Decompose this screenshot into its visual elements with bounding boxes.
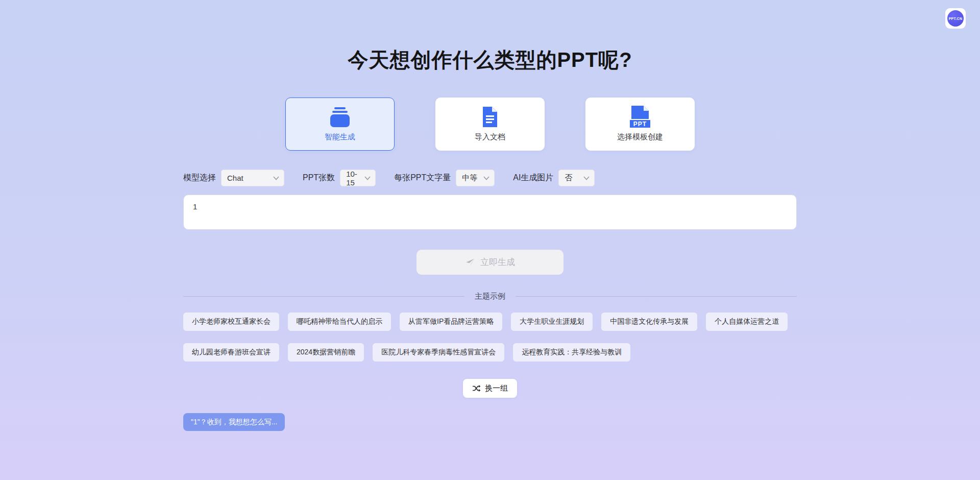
divider-line-right <box>516 296 797 297</box>
generate-button[interactable]: 立即生成 <box>416 250 564 275</box>
text-amount-select[interactable]: 中等 <box>456 170 495 186</box>
examples-divider: 主题示例 <box>183 292 797 301</box>
example-chip-row-1: 小学老师家校互通家长会 哪吒精神带给当代人的启示 从雷军做IP看品牌运营策略 大… <box>183 313 797 331</box>
ppt-cn-logo-icon: PPT.CN <box>947 10 964 27</box>
document-icon <box>482 106 498 128</box>
divider-line-left <box>183 296 464 297</box>
page-title: 今天想创作什么类型的PPT呢? <box>183 46 797 74</box>
ai-image-label: AI生成图片 <box>513 173 553 183</box>
model-select-label: 模型选择 <box>183 173 216 183</box>
card-import-document[interactable]: 导入文档 <box>435 98 545 151</box>
chevron-down-icon <box>583 176 590 180</box>
example-chip[interactable]: 医院儿科专家春季病毒性感冒宣讲会 <box>373 343 504 362</box>
text-amount-value: 中等 <box>462 173 477 183</box>
text-amount-label: 每张PPT文字量 <box>394 173 451 183</box>
shuffle-button-label: 换一组 <box>485 383 508 393</box>
option-model: 模型选择 Chat <box>183 170 284 186</box>
card-label: 导入文档 <box>475 132 505 142</box>
example-chip[interactable]: 哪吒精神带给当代人的启示 <box>288 313 391 331</box>
slides-stack-icon <box>328 106 352 128</box>
model-select-value: Chat <box>227 174 243 182</box>
options-row: 模型选择 Chat PPT张数 10-15 每张PPT文字量 中等 <box>183 170 797 186</box>
example-chip[interactable]: 远程教育实践：共享经验与教训 <box>513 343 630 362</box>
shuffle-row: 换一组 <box>183 379 797 398</box>
ppt-file-icon: PPT <box>629 106 651 128</box>
ppt-count-label: PPT张数 <box>303 173 335 183</box>
main-content: 今天想创作什么类型的PPT呢? 智能生成 <box>183 0 797 431</box>
svg-text:PPT: PPT <box>633 121 647 128</box>
assistant-toast: "1"？收到，我想想怎么写... <box>183 413 285 431</box>
card-label: 选择模板创建 <box>617 132 663 142</box>
ppt-count-select[interactable]: 10-15 <box>340 170 376 186</box>
example-chip[interactable]: 小学老师家校互通家长会 <box>183 313 279 331</box>
mode-card-group: 智能生成 导入文档 PPT <box>183 98 797 151</box>
chevron-down-icon <box>273 176 279 180</box>
example-chip[interactable]: 幼儿园老师春游班会宣讲 <box>183 343 279 362</box>
option-ppt-count: PPT张数 10-15 <box>303 170 376 186</box>
generate-button-label: 立即生成 <box>480 256 515 268</box>
example-chip[interactable]: 中国非遗文化传承与发展 <box>601 313 697 331</box>
option-ai-image: AI生成图片 否 <box>513 170 595 186</box>
ai-image-value: 否 <box>565 173 572 183</box>
example-chip[interactable]: 大学生职业生涯规划 <box>511 313 593 331</box>
shuffle-icon <box>472 385 481 392</box>
generate-row: 立即生成 <box>183 250 797 275</box>
chevron-down-icon <box>483 176 489 180</box>
card-template-create[interactable]: PPT 选择模板创建 <box>585 98 695 151</box>
paper-plane-icon <box>465 257 475 268</box>
example-chip[interactable]: 从雷军做IP看品牌运营策略 <box>400 313 502 331</box>
ai-image-select[interactable]: 否 <box>558 170 595 186</box>
example-chip[interactable]: 2024数据营销前瞻 <box>288 343 364 362</box>
shuffle-button[interactable]: 换一组 <box>463 379 517 398</box>
model-select[interactable]: Chat <box>221 170 284 186</box>
card-label: 智能生成 <box>325 132 355 142</box>
chevron-down-icon <box>364 176 371 180</box>
ppt-cn-logo[interactable]: PPT.CN <box>945 8 966 29</box>
example-chip[interactable]: 个人自媒体运营之道 <box>706 313 788 331</box>
example-chip-row-2: 幼儿园老师春游班会宣讲 2024数据营销前瞻 医院儿科专家春季病毒性感冒宣讲会 … <box>183 343 797 362</box>
option-text-amount: 每张PPT文字量 中等 <box>394 170 495 186</box>
examples-title: 主题示例 <box>475 292 505 301</box>
ppt-count-value: 10-15 <box>346 170 360 187</box>
card-smart-generate[interactable]: 智能生成 <box>285 98 395 151</box>
prompt-textarea[interactable]: 1 <box>183 195 797 230</box>
